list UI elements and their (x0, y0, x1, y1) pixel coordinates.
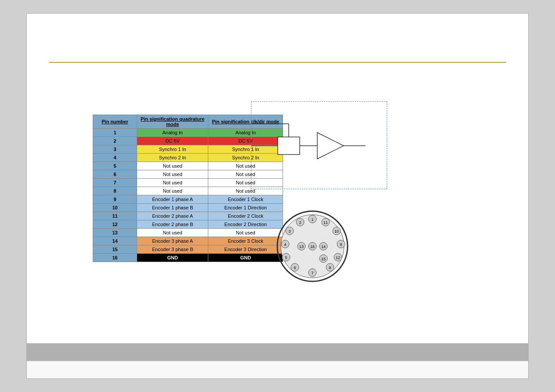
footer-white (27, 361, 528, 378)
quad-mode-cell: Not used (137, 170, 208, 179)
pin-number: 2 (93, 137, 137, 145)
quad-mode-cell: Not used (137, 162, 208, 170)
pin-number: 5 (93, 162, 137, 170)
top-line (49, 62, 506, 63)
quad-mode-cell: Analog In (137, 129, 208, 137)
svg-text:8: 8 (329, 266, 331, 270)
svg-text:2: 2 (299, 220, 301, 225)
quad-mode-cell: Not used (137, 187, 208, 195)
content-area: Pin number Pin signification quadraturem… (49, 71, 506, 339)
clkdir-mode-cell: Encoder 3 Clock (208, 237, 283, 245)
clkdir-mode-cell: Encoder 1 Clock (208, 195, 283, 204)
table-row: 15Encoder 3 phase BEncoder 3 Direction (93, 245, 283, 254)
svg-text:9: 9 (340, 242, 342, 247)
svg-text:11: 11 (323, 220, 328, 225)
svg-text:6: 6 (294, 266, 296, 270)
page-container: Pin number Pin signification quadraturem… (26, 13, 529, 379)
quad-mode-cell: Synchro 1 In (137, 145, 208, 154)
table-row: 16GNDGND (93, 254, 283, 262)
pin-number: 14 (93, 237, 137, 245)
table-row: 12Encoder 2 phase BEncoder 2 Direction (93, 220, 283, 229)
pin-number: 4 (93, 154, 137, 162)
quad-mode-cell: Encoder 2 phase B (137, 220, 208, 229)
pin-number: 7 (93, 179, 137, 187)
quad-mode-cell: Not used (137, 179, 208, 187)
pin-number: 10 (93, 204, 137, 212)
svg-text:10: 10 (334, 229, 339, 234)
quad-mode-cell: Encoder 3 phase A (137, 237, 208, 245)
svg-text:15: 15 (321, 257, 326, 261)
clkdir-mode-cell: GND (208, 254, 283, 262)
svg-rect-1 (278, 137, 300, 155)
quad-mode-cell: Encoder 3 phase B (137, 245, 208, 254)
svg-text:14: 14 (321, 245, 326, 249)
table-row: 13Not usedNot used (93, 229, 283, 237)
quad-mode-cell: DC 5V (137, 137, 208, 145)
clkdir-mode-cell: Encoder 2 Direction (208, 220, 283, 229)
pin-number: 15 (93, 245, 137, 254)
svg-text:3: 3 (288, 229, 290, 234)
svg-marker-3 (317, 133, 344, 159)
connector-diagram: 1 11 2 10 3 9 4 (273, 207, 352, 287)
pin-number: 11 (93, 212, 137, 220)
svg-text:13: 13 (299, 245, 304, 249)
pin-number: 3 (93, 145, 137, 154)
svg-text:7: 7 (311, 271, 313, 275)
pin-number: 16 (93, 254, 137, 262)
pin-number: 9 (93, 195, 137, 204)
clkdir-mode-cell: Encoder 3 Direction (208, 245, 283, 254)
clkdir-mode-cell: Encoder 2 Clock (208, 212, 283, 220)
table-row: 10Encoder 1 phase BEncoder 1 Direction (93, 204, 283, 212)
pin-number: 12 (93, 220, 137, 229)
table-row: 14Encoder 3 phase AEncoder 3 Clock (93, 237, 283, 245)
pin-number: 8 (93, 187, 137, 195)
quad-mode-cell: Not used (137, 229, 208, 237)
col-quad-header: Pin signification quadraturemode (137, 115, 208, 129)
svg-text:12: 12 (336, 255, 340, 260)
quad-mode-cell: Synchro 2 In (137, 154, 208, 162)
circuit-box (251, 101, 387, 189)
quad-mode-cell: Encoder 1 phase B (137, 204, 208, 212)
quad-mode-cell: Encoder 2 phase A (137, 212, 208, 220)
svg-text:5: 5 (285, 255, 287, 260)
col-pin-header: Pin number (93, 115, 137, 129)
pin-number: 1 (93, 129, 137, 137)
pin-number: 13 (93, 229, 137, 237)
table-row: 11Encoder 2 phase AEncoder 2 Clock (93, 212, 283, 220)
pin-number: 6 (93, 170, 137, 179)
table-row: 9Encoder 1 phase AEncoder 1 Clock (93, 195, 283, 204)
quad-mode-cell: GND (137, 254, 208, 262)
svg-text:16: 16 (310, 245, 315, 249)
quad-mode-cell: Encoder 1 phase A (137, 195, 208, 204)
svg-text:4: 4 (284, 242, 286, 247)
svg-text:1: 1 (311, 217, 313, 222)
clkdir-mode-cell: Encoder 1 Direction (208, 204, 283, 212)
clkdir-mode-cell: Not used (208, 229, 283, 237)
